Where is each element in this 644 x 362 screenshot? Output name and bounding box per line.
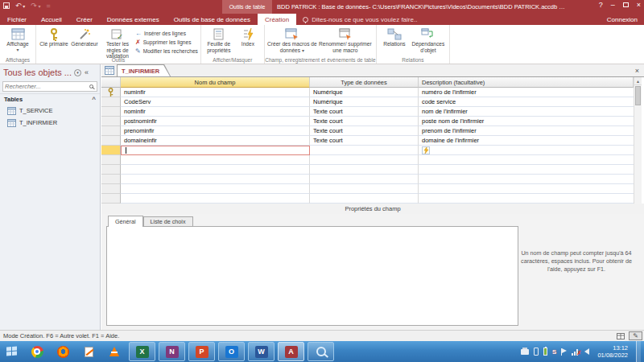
tab-accueil[interactable]: Accueil <box>34 14 69 25</box>
field-row[interactable]: prenominfir Texte court prenom de l'infi… <box>101 126 642 136</box>
row-selector[interactable] <box>101 184 121 194</box>
chrome-taskbar-button[interactable] <box>27 342 47 361</box>
data-type-cell[interactable]: Texte court <box>310 126 419 136</box>
data-type-cell[interactable]: Texte court <box>310 107 419 117</box>
row-selector[interactable] <box>101 88 121 97</box>
maximize-button[interactable] <box>623 2 629 7</box>
relationships-button[interactable]: Relations <box>379 27 410 47</box>
builder-button[interactable]: Générateur <box>69 27 100 47</box>
description-cell[interactable] <box>419 165 634 175</box>
datasheet-view-button[interactable] <box>613 331 627 340</box>
empty-row[interactable] <box>101 175 642 184</box>
scrollbar-thumb[interactable] <box>635 86 641 105</box>
header-description[interactable]: Description (facultative) <box>419 77 634 88</box>
search-taskbar-button[interactable] <box>308 342 334 361</box>
description-cell[interactable]: numéro de l'infirmier <box>419 88 634 97</box>
field-name-cell[interactable] <box>121 165 310 175</box>
empty-row[interactable] <box>101 155 642 165</box>
word-taskbar-button[interactable]: W <box>248 342 275 361</box>
minimize-button[interactable]: – <box>611 1 615 9</box>
insert-rows-button[interactable]: ← Insérer des lignes <box>135 30 198 37</box>
description-cell[interactable]: poste nom de l'infirmier <box>419 117 634 126</box>
account-button[interactable]: Connexion <box>601 14 644 25</box>
tab-outils-bdd[interactable]: Outils de base de données <box>167 14 258 25</box>
show-desktop-button[interactable] <box>636 341 641 362</box>
field-name-cell[interactable] <box>121 194 310 204</box>
row-selector[interactable] <box>101 136 121 146</box>
scroll-up-arrow[interactable]: ▲ <box>634 77 642 85</box>
taskbar-clock[interactable]: 13:12 01/08/2022 <box>597 344 628 359</box>
tab-donnees-externes[interactable]: Données externes <box>100 14 167 25</box>
excel-taskbar-button[interactable]: X <box>129 342 155 361</box>
network-tray-icon[interactable]: ✗ <box>572 347 580 356</box>
row-selector[interactable] <box>101 107 121 117</box>
field-row[interactable]: domaineinfir Texte court domaine de l'in… <box>101 136 642 146</box>
search-input[interactable] <box>5 83 89 90</box>
tell-me-box[interactable]: Dites-nous ce que vous voulez faire.. <box>296 14 423 25</box>
onenote-taskbar-button[interactable]: N <box>159 342 185 361</box>
field-row[interactable]: numinfir Numérique numéro de l'infirmier <box>101 88 642 97</box>
current-row-selector[interactable] <box>101 146 121 155</box>
field-name-cell[interactable]: numinfir <box>121 88 310 97</box>
description-cell[interactable] <box>419 146 634 155</box>
empty-row[interactable] <box>101 184 642 194</box>
view-button[interactable]: Affichage ▾ <box>2 27 33 52</box>
field-row[interactable]: CodeServ Numérique code service <box>101 97 642 107</box>
description-cell[interactable] <box>419 194 634 204</box>
header-field-name[interactable]: Nom du champ <box>121 77 310 88</box>
description-cell[interactable] <box>419 155 634 165</box>
description-cell[interactable]: domaine de l'infirmier <box>419 136 634 146</box>
row-selector[interactable] <box>101 126 121 136</box>
indexes-button[interactable]: Index <box>234 27 262 47</box>
vertical-scrollbar[interactable]: ▲ <box>634 77 642 204</box>
row-selector[interactable] <box>101 155 121 165</box>
field-name-cell[interactable]: nominfir <box>121 107 310 117</box>
property-sheet-area[interactable] <box>106 226 518 326</box>
save-icon[interactable] <box>3 2 10 9</box>
close-document-icon[interactable]: × <box>635 67 639 75</box>
data-type-cell[interactable] <box>310 165 419 175</box>
object-dependencies-button[interactable]: Dépendances d'objet <box>410 27 447 53</box>
field-row[interactable]: postnominfir Texte court poste nom de l'… <box>101 117 642 126</box>
field-name-cell[interactable] <box>121 155 310 165</box>
property-sheet-button[interactable]: Feuille de propriétés <box>204 27 234 53</box>
description-cell[interactable]: prenom de l'infirmier <box>419 126 634 136</box>
test-validation-button[interactable]: ✓ Tester les règles de validation <box>100 27 135 60</box>
delete-rows-button[interactable]: ✗ Supprimer les lignes <box>135 39 198 46</box>
row-selector[interactable] <box>101 194 121 204</box>
device-tray-icon[interactable] <box>534 347 539 356</box>
collapse-chevron-icon[interactable]: ^ <box>92 96 96 103</box>
data-type-cell[interactable]: Numérique <box>310 88 419 97</box>
description-cell[interactable] <box>419 175 634 184</box>
rename-macro-button[interactable]: Renommer/ supprimer une macro <box>317 27 374 53</box>
undo-icon[interactable]: ↶ ▾ <box>15 2 25 10</box>
row-selector[interactable] <box>101 165 121 175</box>
nav-group-tables[interactable]: Tables ^ <box>0 93 100 105</box>
powerpoint-taskbar-button[interactable]: P <box>188 342 215 361</box>
data-type-cell[interactable] <box>310 194 419 204</box>
create-data-macros-button[interactable]: Créer des macros de données ▾ <box>267 27 317 53</box>
modify-lookups-button[interactable]: ✎ Modifier les recherches <box>135 47 198 55</box>
skype-tray-icon[interactable]: S <box>552 347 556 356</box>
nav-shutter-icon[interactable]: « <box>85 68 89 76</box>
description-cell[interactable]: nom de l'infirmier <box>419 107 634 117</box>
field-name-cell[interactable]: CodeServ <box>121 97 310 107</box>
nav-pane-header[interactable]: Tous les objets ... ▾ « <box>0 64 100 80</box>
nav-item-t-service[interactable]: T_SERVICE <box>0 105 100 117</box>
design-view-button[interactable]: ✎ <box>629 331 642 340</box>
header-data-type[interactable]: Type de données <box>310 77 419 88</box>
vlc-taskbar-button[interactable] <box>105 342 124 361</box>
data-type-cell[interactable] <box>310 155 419 165</box>
description-cell[interactable] <box>419 184 634 194</box>
current-field-row[interactable] <box>101 146 642 155</box>
description-cell[interactable]: code service <box>419 97 634 107</box>
data-type-cell[interactable] <box>310 175 419 184</box>
row-selector[interactable] <box>101 175 121 184</box>
primary-key-button[interactable]: Clé primaire <box>39 27 69 47</box>
empty-row[interactable] <box>101 194 642 204</box>
tab-general[interactable]: Général <box>108 216 143 227</box>
printer-tray-icon[interactable] <box>521 347 529 356</box>
data-type-cell[interactable]: Numérique <box>310 97 419 107</box>
data-type-cell[interactable]: Texte court <box>310 136 419 146</box>
tab-creation[interactable]: Création <box>258 14 296 25</box>
